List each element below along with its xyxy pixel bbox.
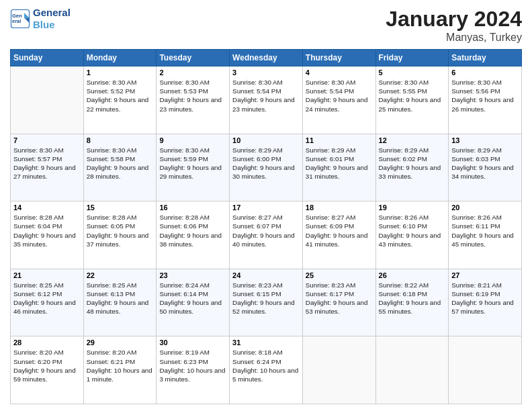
day-info: Sunrise: 8:30 AMSunset: 5:55 PMDaylight:…	[379, 78, 446, 113]
calendar-cell	[302, 336, 375, 404]
calendar-cell: 27Sunrise: 8:21 AMSunset: 6:19 PMDayligh…	[449, 269, 522, 336]
calendar-cell: 13Sunrise: 8:29 AMSunset: 6:03 PMDayligh…	[449, 134, 522, 201]
day-number: 14	[13, 203, 81, 212]
calendar-cell: 16Sunrise: 8:28 AMSunset: 6:06 PMDayligh…	[157, 201, 230, 269]
logo: Gen eral General Blue	[10, 7, 71, 31]
calendar-week-1: 1Sunrise: 8:30 AMSunset: 5:52 PMDaylight…	[11, 66, 522, 134]
day-info: Sunrise: 8:28 AMSunset: 6:06 PMDaylight:…	[159, 213, 226, 248]
day-info: Sunrise: 8:29 AMSunset: 6:01 PMDaylight:…	[306, 146, 373, 181]
day-info: Sunrise: 8:18 AMSunset: 6:24 PMDaylight:…	[232, 348, 300, 383]
calendar-cell: 18Sunrise: 8:27 AMSunset: 6:09 PMDayligh…	[302, 201, 375, 269]
day-number: 11	[306, 136, 373, 144]
day-info: Sunrise: 8:19 AMSunset: 6:23 PMDaylight:…	[159, 348, 226, 383]
day-number: 7	[13, 136, 81, 144]
day-number: 20	[451, 203, 519, 212]
day-info: Sunrise: 8:27 AMSunset: 6:09 PMDaylight:…	[306, 213, 373, 248]
calendar-week-5: 28Sunrise: 8:20 AMSunset: 6:20 PMDayligh…	[11, 336, 522, 404]
logo-icon: Gen eral	[10, 9, 30, 29]
day-number: 9	[159, 136, 226, 144]
day-number: 24	[232, 271, 300, 279]
calendar-cell: 11Sunrise: 8:29 AMSunset: 6:01 PMDayligh…	[302, 134, 375, 201]
day-info: Sunrise: 8:20 AMSunset: 6:20 PMDaylight:…	[13, 348, 81, 383]
day-number: 16	[159, 203, 226, 212]
calendar-cell: 10Sunrise: 8:29 AMSunset: 6:00 PMDayligh…	[230, 134, 303, 201]
day-number: 19	[379, 203, 446, 212]
calendar-cell: 7Sunrise: 8:30 AMSunset: 5:57 PMDaylight…	[11, 134, 84, 201]
day-number: 18	[306, 203, 373, 212]
day-info: Sunrise: 8:30 AMSunset: 5:52 PMDaylight:…	[87, 78, 154, 113]
day-number: 10	[232, 136, 300, 144]
calendar-header-tuesday: Tuesday	[157, 50, 230, 66]
day-info: Sunrise: 8:30 AMSunset: 5:56 PMDaylight:…	[451, 78, 519, 113]
calendar-table: SundayMondayTuesdayWednesdayThursdayFrid…	[10, 49, 522, 404]
calendar-cell: 8Sunrise: 8:30 AMSunset: 5:58 PMDaylight…	[83, 134, 157, 201]
calendar-cell: 20Sunrise: 8:26 AMSunset: 6:11 PMDayligh…	[449, 201, 522, 269]
day-info: Sunrise: 8:26 AMSunset: 6:11 PMDaylight:…	[451, 213, 519, 248]
day-info: Sunrise: 8:21 AMSunset: 6:19 PMDaylight:…	[451, 281, 519, 316]
day-number: 2	[159, 68, 226, 77]
day-info: Sunrise: 8:25 AMSunset: 6:12 PMDaylight:…	[13, 281, 81, 316]
day-info: Sunrise: 8:25 AMSunset: 6:13 PMDaylight:…	[87, 281, 154, 316]
calendar-cell: 9Sunrise: 8:30 AMSunset: 5:59 PMDaylight…	[157, 134, 230, 201]
calendar-cell: 2Sunrise: 8:30 AMSunset: 5:53 PMDaylight…	[157, 66, 230, 134]
day-info: Sunrise: 8:30 AMSunset: 5:53 PMDaylight:…	[159, 78, 226, 113]
day-info: Sunrise: 8:26 AMSunset: 6:10 PMDaylight:…	[379, 213, 446, 248]
day-number: 5	[379, 68, 446, 77]
calendar-header-monday: Monday	[83, 50, 157, 66]
calendar-cell: 6Sunrise: 8:30 AMSunset: 5:56 PMDaylight…	[449, 66, 522, 134]
calendar-header-thursday: Thursday	[302, 50, 375, 66]
day-info: Sunrise: 8:29 AMSunset: 6:02 PMDaylight:…	[379, 146, 446, 181]
day-number: 31	[232, 338, 300, 347]
day-number: 13	[451, 136, 519, 144]
day-number: 23	[159, 271, 226, 279]
day-number: 6	[451, 68, 519, 77]
day-info: Sunrise: 8:23 AMSunset: 6:17 PMDaylight:…	[306, 281, 373, 316]
calendar-header-saturday: Saturday	[449, 50, 522, 66]
calendar-cell: 29Sunrise: 8:20 AMSunset: 6:21 PMDayligh…	[83, 336, 157, 404]
calendar-cell: 22Sunrise: 8:25 AMSunset: 6:13 PMDayligh…	[83, 269, 157, 336]
day-info: Sunrise: 8:23 AMSunset: 6:15 PMDaylight:…	[232, 281, 300, 316]
calendar-cell: 12Sunrise: 8:29 AMSunset: 6:02 PMDayligh…	[375, 134, 449, 201]
calendar-header-row: SundayMondayTuesdayWednesdayThursdayFrid…	[11, 50, 522, 66]
day-info: Sunrise: 8:30 AMSunset: 5:54 PMDaylight:…	[306, 78, 373, 113]
day-info: Sunrise: 8:30 AMSunset: 5:54 PMDaylight:…	[232, 78, 300, 113]
header: Gen eral General Blue January 2024 Manya…	[10, 7, 522, 44]
day-number: 4	[306, 68, 373, 77]
calendar-cell: 1Sunrise: 8:30 AMSunset: 5:52 PMDaylight…	[83, 66, 157, 134]
day-number: 25	[306, 271, 373, 279]
calendar-week-4: 21Sunrise: 8:25 AMSunset: 6:12 PMDayligh…	[11, 269, 522, 336]
day-number: 1	[87, 68, 154, 77]
calendar-cell: 21Sunrise: 8:25 AMSunset: 6:12 PMDayligh…	[11, 269, 84, 336]
calendar-cell	[449, 336, 522, 404]
day-number: 27	[451, 271, 519, 279]
day-number: 12	[379, 136, 446, 144]
calendar-cell: 3Sunrise: 8:30 AMSunset: 5:54 PMDaylight…	[230, 66, 303, 134]
calendar-cell: 24Sunrise: 8:23 AMSunset: 6:15 PMDayligh…	[230, 269, 303, 336]
day-info: Sunrise: 8:30 AMSunset: 5:58 PMDaylight:…	[87, 146, 154, 181]
subtitle: Manyas, Turkey	[386, 32, 522, 44]
calendar-cell	[11, 66, 84, 134]
day-number: 28	[13, 338, 81, 347]
calendar-cell: 15Sunrise: 8:28 AMSunset: 6:05 PMDayligh…	[83, 201, 157, 269]
day-info: Sunrise: 8:30 AMSunset: 5:57 PMDaylight:…	[13, 146, 81, 181]
day-info: Sunrise: 8:22 AMSunset: 6:18 PMDaylight:…	[379, 281, 446, 316]
calendar-header-sunday: Sunday	[11, 50, 84, 66]
calendar-cell: 28Sunrise: 8:20 AMSunset: 6:20 PMDayligh…	[11, 336, 84, 404]
calendar-cell	[375, 336, 449, 404]
calendar-cell: 23Sunrise: 8:24 AMSunset: 6:14 PMDayligh…	[157, 269, 230, 336]
day-info: Sunrise: 8:29 AMSunset: 6:03 PMDaylight:…	[451, 146, 519, 181]
logo-text-general: General	[33, 7, 71, 19]
calendar-cell: 4Sunrise: 8:30 AMSunset: 5:54 PMDaylight…	[302, 66, 375, 134]
day-info: Sunrise: 8:20 AMSunset: 6:21 PMDaylight:…	[87, 348, 154, 383]
calendar-header-wednesday: Wednesday	[230, 50, 303, 66]
day-number: 29	[87, 338, 154, 347]
day-info: Sunrise: 8:29 AMSunset: 6:00 PMDaylight:…	[232, 146, 300, 181]
day-number: 17	[232, 203, 300, 212]
calendar-cell: 14Sunrise: 8:28 AMSunset: 6:04 PMDayligh…	[11, 201, 84, 269]
calendar-header-friday: Friday	[375, 50, 449, 66]
calendar-cell: 26Sunrise: 8:22 AMSunset: 6:18 PMDayligh…	[375, 269, 449, 336]
day-number: 22	[87, 271, 154, 279]
page: Gen eral General Blue January 2024 Manya…	[0, 0, 532, 411]
calendar-cell: 25Sunrise: 8:23 AMSunset: 6:17 PMDayligh…	[302, 269, 375, 336]
day-number: 26	[379, 271, 446, 279]
